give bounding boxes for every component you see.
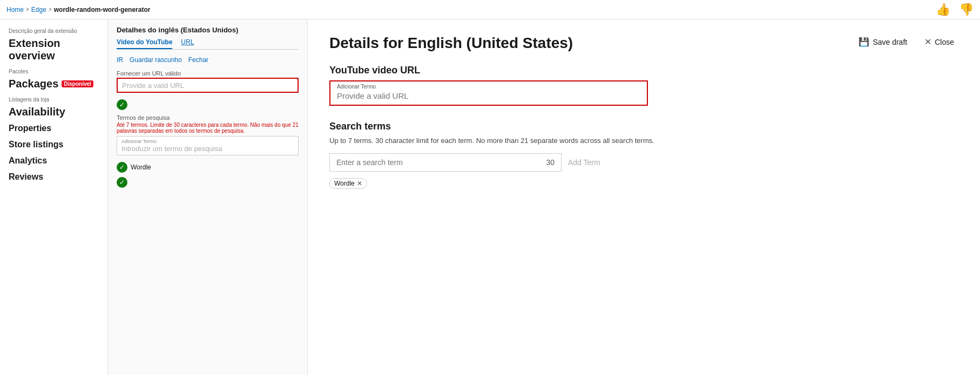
breadcrumb-current: wordle-random-word-generator: [54, 6, 151, 13]
url-field-wrap[interactable]: Adicionar Termo: [329, 80, 648, 106]
sidebar-item-reviews[interactable]: Reviews: [0, 169, 107, 185]
breadcrumb-home[interactable]: Home: [6, 6, 24, 13]
search-terms-description: Up to 7 terms. 30 character limit for ea…: [329, 137, 958, 145]
overlay-tabs: Vídeo do YouTube URL: [117, 38, 299, 50]
check-icon: ✓: [117, 99, 127, 110]
sidebar-label-packages: Packages: [9, 78, 58, 90]
sidebar: Descrição geral da extensão Extension ov…: [0, 19, 108, 375]
youtube-section-title: YouTube video URL: [329, 65, 958, 76]
save-draft-icon: 💾: [859, 37, 869, 47]
sidebar-packages-label: Pacotes: [0, 64, 107, 76]
tag-wordle-label: Wordle: [334, 180, 355, 187]
sidebar-label-extension-overview: Extension overview: [9, 37, 99, 62]
overlay-actions: IR Guardar rascunho Fechar: [117, 56, 299, 64]
action-ir[interactable]: IR: [117, 56, 123, 64]
status-check-extra: ✓: [117, 177, 299, 188]
url-field-label: Fornecer um URL válido: [117, 70, 299, 77]
search-terms-section: Search terms Up to 7 terms. 30 character…: [329, 121, 958, 189]
search-terms-inner-label: Adicionar Termo: [121, 139, 294, 144]
header-actions: 💾 Save draft ✕ Close: [854, 35, 958, 49]
main-content: Details for English (United States) 💾 Sa…: [308, 19, 980, 375]
action-close[interactable]: Fechar: [188, 56, 208, 64]
wordle-check-icon: ✓: [117, 162, 127, 173]
tags-row: Wordle ✕: [329, 178, 958, 189]
sidebar-description-label: Descrição geral da extensão: [0, 24, 107, 35]
tag-wordle-remove[interactable]: ✕: [357, 180, 362, 187]
wordle-label: Wordle: [131, 163, 151, 171]
sidebar-item-store-listings[interactable]: Store listings: [0, 137, 107, 153]
sidebar-label-analytics: Analytics: [9, 156, 47, 166]
sidebar-item-properties[interactable]: Properties: [0, 120, 107, 137]
search-terms-label: Termos de pesquisa: [117, 114, 299, 121]
search-term-char-count: 30: [546, 158, 555, 167]
url-input-wrap[interactable]: Provide a valid URL: [117, 78, 299, 93]
page-title: Details for English (United States): [329, 35, 573, 52]
status-check-wordle: ✓ Wordle: [117, 162, 299, 173]
breadcrumb: Home > Edge > wordle-random-word-generat…: [6, 6, 150, 13]
search-terms-group: Termos de pesquisa Até 7 termos. Limite …: [117, 114, 299, 155]
topbar: Home > Edge > wordle-random-word-generat…: [0, 0, 980, 19]
url-field-input[interactable]: [330, 90, 647, 105]
search-term-input[interactable]: [336, 158, 542, 167]
thumbs-up-icon[interactable]: 👍: [936, 3, 950, 17]
search-terms-placeholder: Introduzir um termo de pesquisa: [121, 145, 222, 153]
search-terms-section-title: Search terms: [329, 121, 958, 132]
close-label: Close: [935, 38, 954, 46]
tag-wordle: Wordle ✕: [329, 178, 367, 189]
sidebar-item-packages[interactable]: Packages Disponível: [0, 76, 107, 92]
sidebar-label-reviews: Reviews: [9, 172, 43, 182]
sidebar-item-extension-overview[interactable]: Extension overview: [0, 35, 107, 64]
url-field-inner-label: Adicionar Termo: [330, 81, 382, 90]
sidebar-availability-label: Listagens da loja: [0, 92, 107, 104]
overlay-tab-url[interactable]: URL: [181, 38, 194, 49]
save-draft-label: Save draft: [873, 38, 907, 46]
url-field-group: Fornecer um URL válido Provide a valid U…: [117, 70, 299, 93]
overlay-panel-header: Detalhes do inglês (Estados Unidos): [117, 26, 299, 34]
search-terms-note: Até 7 termos. Limite de 30 caracteres pa…: [117, 122, 299, 134]
sidebar-item-availability[interactable]: Availability: [0, 104, 107, 120]
overlay-tab-video[interactable]: Vídeo do YouTube: [117, 38, 172, 49]
sidebar-label-properties: Properties: [9, 124, 51, 133]
sidebar-label-store-listings: Store listings: [9, 140, 63, 149]
close-icon: ✕: [924, 37, 931, 47]
breadcrumb-edge[interactable]: Edge: [31, 6, 46, 13]
save-draft-button[interactable]: 💾 Save draft: [854, 35, 911, 49]
action-save-draft[interactable]: Guardar rascunho: [130, 56, 182, 64]
search-term-wrap: 30 Add Term: [329, 153, 958, 172]
packages-badge: Disponível: [62, 80, 93, 87]
sidebar-label-availability: Availability: [9, 106, 65, 118]
chevron-icon: >: [26, 6, 29, 12]
youtube-section: YouTube video URL Adicionar Termo: [329, 65, 958, 106]
search-term-input-box[interactable]: 30: [329, 153, 562, 172]
close-button[interactable]: ✕ Close: [920, 35, 958, 49]
panels-area: Detalhes do inglês (Estados Unidos) Víde…: [108, 19, 980, 375]
thumbs-down-icon[interactable]: 👎: [959, 3, 974, 17]
extra-check-icon: ✓: [117, 177, 127, 188]
main-layout: Descrição geral da extensão Extension ov…: [0, 19, 980, 375]
status-check-url: ✓: [117, 99, 299, 110]
chevron-icon-2: >: [49, 6, 52, 12]
sidebar-item-analytics[interactable]: Analytics: [0, 153, 107, 169]
url-placeholder: Provide a valid URL: [122, 81, 184, 90]
content-header: Details for English (United States) 💾 Sa…: [329, 35, 958, 52]
topbar-actions: 👍 👎: [936, 3, 974, 17]
overlay-panel: Detalhes do inglês (Estados Unidos) Víde…: [108, 19, 308, 375]
add-term-button[interactable]: Add Term: [568, 158, 600, 167]
search-terms-input-wrap[interactable]: Adicionar Termo Introduzir um termo de p…: [117, 136, 299, 155]
